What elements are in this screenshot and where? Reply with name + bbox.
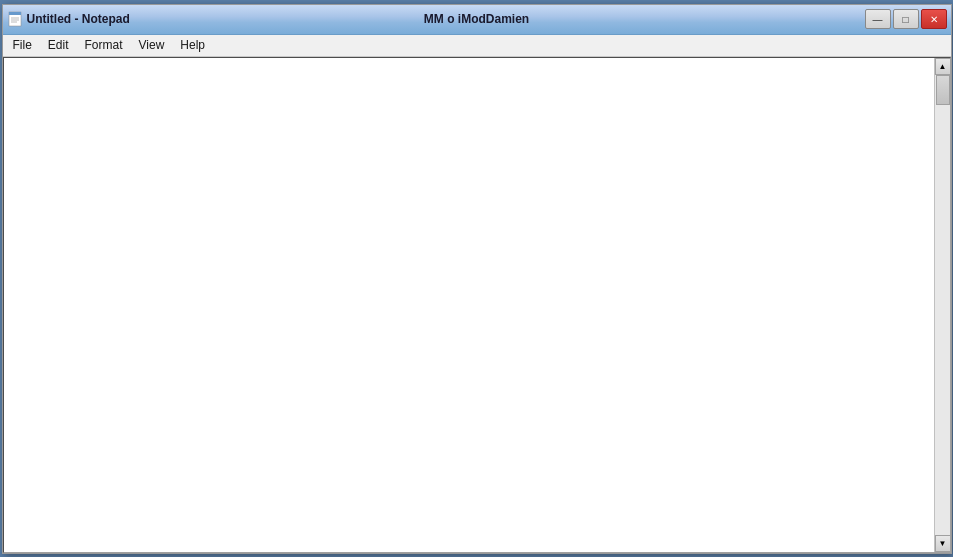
minimize-button[interactable]: — — [865, 9, 891, 29]
notepad-window: Untitled - Notepad MM o iModDamien — □ ✕… — [2, 4, 952, 554]
menu-format[interactable]: Format — [77, 35, 131, 55]
editor-container: ▲ ▼ — [3, 57, 951, 553]
svg-rect-1 — [9, 12, 21, 15]
menu-bar: File Edit Format View Help — [3, 35, 951, 57]
menu-edit[interactable]: Edit — [40, 35, 77, 55]
window-title: Untitled - Notepad — [27, 12, 130, 26]
editor-textarea[interactable] — [4, 58, 950, 552]
scroll-up-button[interactable]: ▲ — [935, 58, 951, 75]
notepad-icon — [7, 11, 23, 27]
scroll-down-button[interactable]: ▼ — [935, 535, 951, 552]
close-button[interactable]: ✕ — [921, 9, 947, 29]
scroll-track[interactable] — [935, 75, 950, 535]
maximize-button[interactable]: □ — [893, 9, 919, 29]
menu-view[interactable]: View — [131, 35, 173, 55]
center-title: MM o iModDamien — [424, 12, 529, 26]
title-bar-left: Untitled - Notepad — [7, 11, 130, 27]
scrollbar-vertical: ▲ ▼ — [934, 58, 950, 552]
title-bar: Untitled - Notepad MM o iModDamien — □ ✕ — [3, 5, 951, 35]
title-bar-controls: — □ ✕ — [865, 9, 947, 29]
title-bar-content: Untitled - Notepad MM o iModDamien — □ ✕ — [7, 9, 947, 29]
menu-help[interactable]: Help — [172, 35, 213, 55]
scroll-thumb[interactable] — [936, 75, 950, 105]
menu-file[interactable]: File — [5, 35, 40, 55]
